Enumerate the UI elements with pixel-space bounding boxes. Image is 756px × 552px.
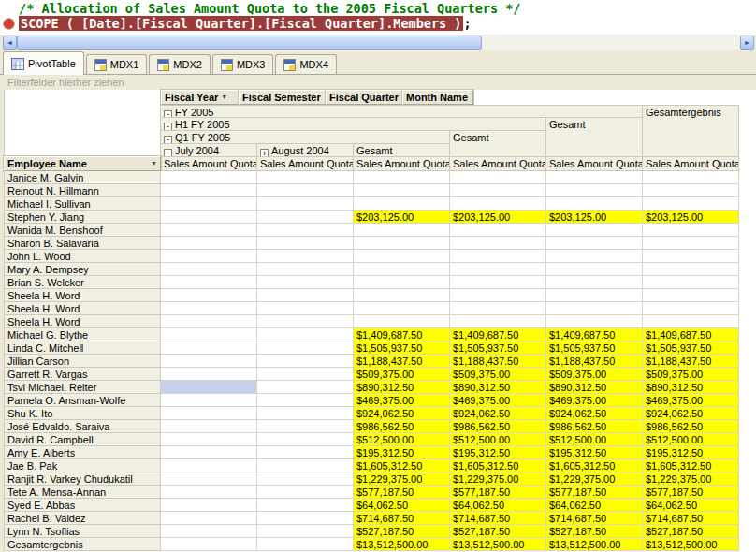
data-cell[interactable] <box>354 289 450 302</box>
data-cell[interactable]: $203,125.00 <box>546 211 643 224</box>
measure-caption-cell[interactable]: Sales Amount Quota <box>257 157 354 171</box>
dropdown-arrow-icon[interactable]: ▼ <box>151 160 157 167</box>
data-cell[interactable] <box>161 525 257 538</box>
column-total-h1fy2005[interactable]: Gesamt <box>450 131 546 157</box>
data-cell[interactable]: $1,505,937.50 <box>643 341 739 355</box>
data-cell[interactable] <box>161 276 257 289</box>
collapse-icon[interactable]: - <box>164 123 172 131</box>
data-cell[interactable] <box>161 499 257 512</box>
data-cell[interactable] <box>450 197 546 211</box>
measure-caption-cell[interactable]: Sales Amount Quota <box>643 157 739 171</box>
data-cell[interactable]: $527,187.50 <box>546 525 643 538</box>
data-cell[interactable]: $13,512,500.00 <box>450 538 546 551</box>
data-cell[interactable]: $13,512,500.00 <box>354 538 450 551</box>
row-header[interactable]: Janice M. Galvin <box>4 171 161 184</box>
data-cell[interactable] <box>161 538 257 551</box>
data-cell[interactable]: $469,375.00 <box>354 394 450 407</box>
data-cell[interactable] <box>643 197 739 211</box>
column-total-fy2005[interactable]: Gesamt <box>546 118 643 157</box>
scrollbar-thumb[interactable] <box>17 36 482 50</box>
data-cell[interactable] <box>161 328 257 341</box>
row-header[interactable]: Reinout N. Hillmann <box>4 184 161 197</box>
data-cell[interactable]: $203,125.00 <box>643 211 739 224</box>
dropdown-arrow-icon[interactable]: ▼ <box>221 94 227 101</box>
data-cell[interactable] <box>161 289 257 302</box>
tab-mdx4[interactable]: MDX4 <box>275 54 337 74</box>
data-cell[interactable] <box>354 250 450 263</box>
data-cell[interactable] <box>257 368 354 381</box>
data-cell[interactable] <box>161 394 257 407</box>
data-cell[interactable] <box>161 472 257 486</box>
data-cell[interactable]: $64,062.50 <box>354 499 450 512</box>
data-cell[interactable]: $986,562.50 <box>354 420 450 433</box>
data-cell[interactable]: $714,687.50 <box>450 512 546 525</box>
data-cell[interactable]: $527,187.50 <box>354 525 450 538</box>
data-cell[interactable]: $986,562.50 <box>450 420 546 433</box>
column-member-h1fy2005[interactable]: -H1 FY 2005 <box>161 118 546 131</box>
data-cell[interactable]: $1,188,437.50 <box>546 355 643 368</box>
data-cell[interactable]: $195,312.50 <box>643 446 739 459</box>
measure-caption-cell[interactable]: Sales Amount Quota <box>450 157 546 171</box>
data-cell[interactable] <box>546 315 643 328</box>
data-cell[interactable] <box>161 355 257 368</box>
data-cell[interactable] <box>450 224 546 237</box>
row-header[interactable]: Garrett R. Vargas <box>4 368 161 381</box>
row-header[interactable]: Syed E. Abbas <box>4 499 161 512</box>
data-cell[interactable]: $714,687.50 <box>354 512 450 525</box>
data-cell[interactable] <box>546 276 643 289</box>
data-cell[interactable] <box>257 420 354 433</box>
data-cell[interactable] <box>546 237 643 250</box>
data-cell[interactable] <box>450 237 546 250</box>
row-header[interactable]: Stephen Y. Jiang <box>4 211 161 224</box>
column-member-july2004[interactable]: -July 2004 <box>161 144 257 157</box>
measure-caption-cell[interactable]: Sales Amount Quota <box>161 157 257 171</box>
measure-caption-cell[interactable]: Sales Amount Quota <box>354 157 450 171</box>
collapse-icon[interactable]: - <box>164 136 172 144</box>
data-cell[interactable]: $203,125.00 <box>450 211 546 224</box>
data-cell[interactable] <box>257 446 354 459</box>
data-cell[interactable]: $203,125.00 <box>354 211 450 224</box>
data-cell[interactable]: $1,229,375.00 <box>450 472 546 486</box>
data-cell[interactable]: $986,562.50 <box>546 420 643 433</box>
data-cell[interactable]: $512,500.00 <box>546 433 643 446</box>
data-cell[interactable] <box>257 486 354 499</box>
code-editor[interactable]: /* Allocation of Sales Amount Quota to t… <box>0 0 756 35</box>
data-cell[interactable] <box>450 315 546 328</box>
grand-total-row-header[interactable]: Gesamtergebnis <box>4 538 161 551</box>
data-cell[interactable] <box>450 250 546 263</box>
data-cell[interactable]: $509,375.00 <box>546 368 643 381</box>
data-cell[interactable] <box>161 446 257 459</box>
data-cell[interactable] <box>161 315 257 328</box>
data-cell[interactable]: $1,409,687.50 <box>354 328 450 341</box>
data-cell[interactable]: $1,229,375.00 <box>546 472 643 486</box>
field-button-month-name[interactable]: Month Name <box>402 90 473 105</box>
row-header[interactable]: Jae B. Pak <box>4 459 161 472</box>
data-cell[interactable]: $714,687.50 <box>546 512 643 525</box>
data-cell[interactable] <box>257 459 354 472</box>
data-cell[interactable]: $1,188,437.50 <box>643 355 739 368</box>
row-header[interactable]: José Edvaldo. Saraiva <box>4 420 161 433</box>
data-cell[interactable]: $64,062.50 <box>546 499 643 512</box>
data-cell[interactable] <box>257 237 354 250</box>
data-cell[interactable] <box>257 328 354 341</box>
tab-pivottable[interactable]: PivotTable <box>3 51 84 75</box>
data-cell[interactable]: $986,562.50 <box>643 420 739 433</box>
data-cell[interactable]: $890,312.50 <box>450 381 546 394</box>
data-cell[interactable]: $509,375.00 <box>450 368 546 381</box>
field-button-fiscal-semester[interactable]: Fiscal Semester <box>239 90 326 105</box>
data-cell[interactable] <box>354 237 450 250</box>
data-cell[interactable] <box>354 276 450 289</box>
data-cell[interactable] <box>257 171 354 184</box>
data-cell[interactable] <box>643 315 739 328</box>
row-header[interactable]: John L. Wood <box>4 250 161 263</box>
data-cell[interactable] <box>257 407 354 420</box>
data-cell[interactable] <box>161 302 257 315</box>
data-cell[interactable]: $924,062.50 <box>643 407 739 420</box>
data-cell[interactable]: $924,062.50 <box>546 407 643 420</box>
column-member-q1fy2005[interactable]: -Q1 FY 2005 <box>161 131 450 144</box>
data-cell[interactable] <box>161 368 257 381</box>
data-cell[interactable] <box>257 538 354 551</box>
column-total-q1fy2005[interactable]: Gesamt <box>354 144 450 157</box>
data-cell[interactable] <box>546 250 643 263</box>
data-cell[interactable] <box>450 276 546 289</box>
